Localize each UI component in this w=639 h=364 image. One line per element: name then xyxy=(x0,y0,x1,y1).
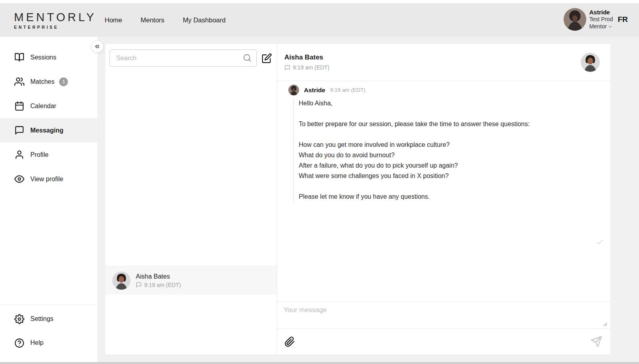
conversation-avatar xyxy=(112,271,131,290)
message-input[interactable] xyxy=(277,302,610,328)
check-icon xyxy=(596,238,604,246)
chevron-down-icon xyxy=(608,24,613,29)
compose-icon xyxy=(262,53,272,63)
conversation-list-pane: Aisha Bates 9:19 am (EDT) xyxy=(105,44,277,354)
message-body: Hello Aisha, To better prepare for our s… xyxy=(293,98,581,202)
nav-mentors[interactable]: Mentors xyxy=(141,16,165,24)
conversation-meta: Aisha Bates 9:19 am (EDT) xyxy=(136,273,181,288)
search-row xyxy=(105,44,277,67)
brand-logo[interactable]: MENTORLY ENTERPRISE xyxy=(14,11,88,30)
gear-icon xyxy=(14,314,24,324)
user-menu[interactable]: Astride Test Prod Mentor FR xyxy=(564,8,628,31)
chat-contact-time-label: 9:19 am (EDT) xyxy=(293,64,329,71)
message-composer xyxy=(277,301,610,328)
main-nav: Home Mentors My Dashboard xyxy=(105,16,226,24)
search-icon xyxy=(243,53,252,62)
conversation-time-label: 9:19 am (EDT) xyxy=(144,282,181,288)
sidebar-item-label: Messaging xyxy=(30,127,64,134)
language-selector[interactable]: FR xyxy=(618,15,628,24)
user-info: Astride Test Prod Mentor xyxy=(589,9,613,30)
paperclip-icon xyxy=(284,336,295,347)
chat-bubble-icon xyxy=(136,282,142,288)
chat-contact-avatar xyxy=(581,53,600,72)
send-icon xyxy=(590,336,602,348)
sidebar-item-help[interactable]: Help xyxy=(0,331,97,355)
resize-handle-icon[interactable] xyxy=(602,321,607,326)
user-role-dropdown[interactable]: Mentor xyxy=(589,23,613,30)
conversation-name: Aisha Bates xyxy=(136,273,181,280)
user-avatar[interactable] xyxy=(564,8,586,31)
sidebar-item-view-profile[interactable]: View profile xyxy=(0,167,97,191)
compose-button[interactable] xyxy=(262,53,272,63)
sidebar-item-label: Calendar xyxy=(30,103,56,110)
sidebar-item-settings[interactable]: Settings xyxy=(0,307,97,331)
matches-count-badge: 1 xyxy=(59,77,68,86)
sidebar: Sessions Matches 1 Calendar Messaging Pr… xyxy=(0,37,97,364)
sidebar-item-profile[interactable]: Profile xyxy=(0,142,97,167)
sidebar-item-matches[interactable]: Matches 1 xyxy=(0,69,97,94)
conversation-time: 9:19 am (EDT) xyxy=(136,282,181,288)
calendar-icon xyxy=(14,101,24,111)
chat-bubble-icon xyxy=(14,125,24,135)
nav-my-dashboard[interactable]: My Dashboard xyxy=(183,16,226,24)
sidebar-item-label: Help xyxy=(30,339,44,346)
message-timestamp: 9:19 am (EDT) xyxy=(330,87,365,93)
sidebar-item-sessions[interactable]: Sessions xyxy=(0,45,97,69)
user-org: Test Prod xyxy=(589,16,613,23)
chat-contact-time: 9:19 am (EDT) xyxy=(284,64,610,71)
search-input-wrapper xyxy=(109,49,257,67)
users-icon xyxy=(14,77,24,87)
attach-file-button[interactable] xyxy=(283,335,297,349)
message-sender-avatar xyxy=(288,85,299,95)
messaging-content: Aisha Bates 9:19 am (EDT) Aisha Bates 9:… xyxy=(105,44,610,354)
sidebar-item-label: Matches xyxy=(30,78,54,85)
sidebar-item-messaging[interactable]: Messaging xyxy=(0,118,97,142)
window-bottom-edge xyxy=(0,362,639,364)
composer-toolbar xyxy=(277,328,610,354)
brand-name: MENTORLY xyxy=(14,11,88,24)
chat-message-list: Astride 9:19 am (EDT) Hello Aisha, To be… xyxy=(277,81,610,301)
sidebar-item-label: Sessions xyxy=(30,54,56,61)
message-header: Astride 9:19 am (EDT) xyxy=(288,85,610,95)
app-header: MENTORLY ENTERPRISE Home Mentors My Dash… xyxy=(0,3,639,37)
chat-pane: Aisha Bates 9:19 am (EDT) Astride 9:19 a… xyxy=(277,44,610,354)
user-icon xyxy=(14,150,24,160)
chat-message: Astride 9:19 am (EDT) Hello Aisha, To be… xyxy=(288,85,610,202)
chat-header: Aisha Bates 9:19 am (EDT) xyxy=(277,44,610,81)
conversation-list-empty-space xyxy=(105,67,277,266)
user-role-label: Mentor xyxy=(589,23,607,30)
sidebar-item-label: Profile xyxy=(30,151,48,158)
chevrons-left-icon xyxy=(94,43,101,50)
send-message-button[interactable] xyxy=(589,334,604,349)
sidebar-item-label: Settings xyxy=(30,315,54,322)
sidebar-item-calendar[interactable]: Calendar xyxy=(0,94,97,118)
user-name: Astride xyxy=(589,9,613,16)
search-input[interactable] xyxy=(109,49,257,67)
help-circle-icon xyxy=(14,338,24,348)
nav-home[interactable]: Home xyxy=(105,16,122,24)
book-open-icon xyxy=(14,52,24,62)
sidebar-collapse-button[interactable] xyxy=(91,40,103,53)
sidebar-item-label: View profile xyxy=(30,176,63,183)
conversation-list-item[interactable]: Aisha Bates 9:19 am (EDT) xyxy=(105,266,277,295)
message-sender-name: Astride xyxy=(304,87,325,94)
eye-icon xyxy=(14,174,24,184)
chat-bubble-icon xyxy=(284,65,290,71)
chat-contact-name: Aisha Bates xyxy=(284,53,610,61)
brand-subtitle: ENTERPRISE xyxy=(14,25,88,30)
sidebar-footer: Settings Help xyxy=(0,305,97,355)
